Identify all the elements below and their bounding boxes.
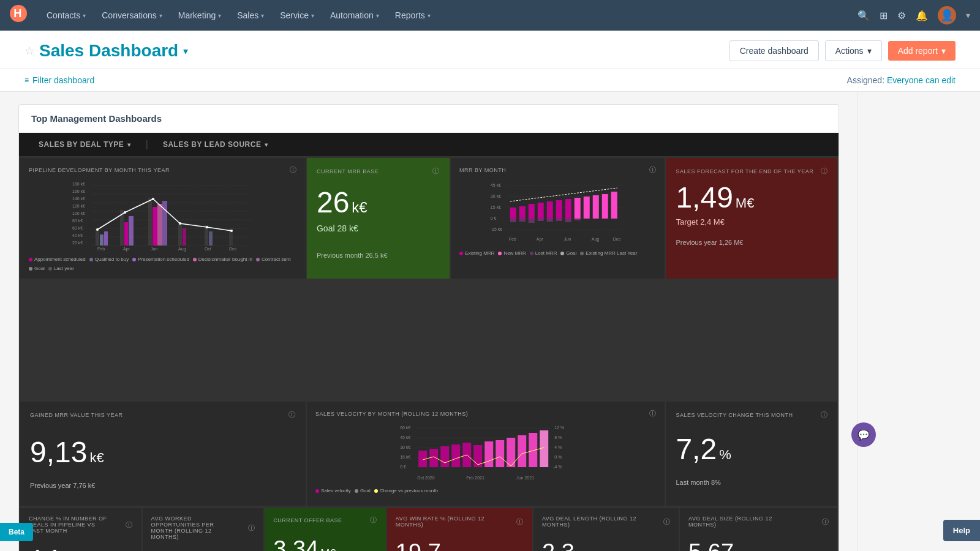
svg-rect-67 <box>611 192 617 219</box>
velocity-change-value: 7,2 <box>676 435 717 464</box>
change-deals-value: 4,1 <box>29 546 61 551</box>
filter-dashboard-link[interactable]: ≡ Filter dashboard <box>24 75 94 85</box>
forecast-previous: Previous year 1,26 M€ <box>676 239 827 246</box>
svg-text:0 €: 0 € <box>400 465 406 469</box>
svg-rect-75 <box>575 219 581 220</box>
title-dropdown-icon[interactable]: ▾ <box>183 45 188 57</box>
avg-worked-info-icon[interactable]: ⓘ <box>248 523 255 533</box>
hubspot-logo[interactable]: H <box>10 5 27 26</box>
svg-rect-32 <box>209 231 213 246</box>
svg-rect-63 <box>575 198 581 219</box>
avg-win-rate-card: AVG WIN RATE % (ROLLING 12 MONTHS) ⓘ 19,… <box>387 508 532 551</box>
nav-service[interactable]: Service ▾ <box>273 7 322 24</box>
gained-mrr-value: 9,13 <box>30 438 87 467</box>
mrr-goal: Goal 28 k€ <box>317 223 440 233</box>
mrr-month-info-icon[interactable]: ⓘ <box>649 165 657 174</box>
change-deals-info-icon[interactable]: ⓘ <box>126 520 133 530</box>
dashboard-tabs-bar: SALES BY DEAL TYPE ▾ | SALES BY LEAD SOU… <box>19 133 839 157</box>
velocity-change-card: SALES VELOCITY CHANGE THIS MONTH ⓘ 7,2 %… <box>666 402 837 506</box>
avg-deal-length-label: AVG DEAL LENGTH (ROLLING 12 MONTHS) ⓘ <box>542 515 670 528</box>
svg-rect-99 <box>451 444 460 467</box>
pipeline-info-icon[interactable]: ⓘ <box>290 165 297 174</box>
svg-rect-70 <box>529 219 535 223</box>
beta-badge[interactable]: Beta <box>0 523 33 541</box>
grid-icon[interactable]: ⊞ <box>880 10 888 21</box>
user-avatar[interactable]: 👤 <box>938 6 956 24</box>
svg-rect-21 <box>104 231 108 246</box>
current-offer-unit: M€ <box>320 547 336 551</box>
svg-text:-4 %: -4 % <box>553 465 562 469</box>
svg-rect-71 <box>538 219 544 221</box>
forecast-value: 1,49 <box>676 183 733 212</box>
svg-rect-25 <box>148 198 152 246</box>
current-offer-info-icon[interactable]: ⓘ <box>370 515 377 525</box>
velocity-info-icon[interactable]: ⓘ <box>649 409 657 418</box>
svg-rect-69 <box>519 219 526 222</box>
chevron-down-icon: ▾ <box>159 12 162 19</box>
assigned-value-link[interactable]: Everyone can edit <box>887 75 956 85</box>
nav-marketing[interactable]: Marketing ▾ <box>171 7 228 24</box>
user-menu-chevron[interactable]: ▾ <box>966 10 970 20</box>
avg-deal-length-value: 2,3 <box>542 540 575 551</box>
svg-text:Feb: Feb <box>509 237 516 241</box>
forecast-info-icon[interactable]: ⓘ <box>821 167 828 176</box>
nav-automation[interactable]: Automation ▾ <box>323 7 386 24</box>
svg-text:Aug: Aug <box>592 237 600 242</box>
pipeline-label: PIPELINE DEVELOPMENT BY MONTH THIS YEAR … <box>29 165 297 174</box>
svg-text:H: H <box>13 7 21 20</box>
assigned-info: Assigned: Everyone can edit <box>847 75 956 85</box>
velocity-card: SALES VELOCITY BY MONTH (ROLLING 12 MONT… <box>307 402 665 506</box>
tab-sales-by-deal-type[interactable]: SALES BY DEAL TYPE ▾ <box>29 133 141 156</box>
svg-point-45 <box>230 230 233 232</box>
header-actions: Create dashboard Actions ▾ Add report ▾ <box>729 40 956 61</box>
inner-dashboard: SALES BY DEAL TYPE ▾ | SALES BY LEAD SOU… <box>19 133 839 551</box>
svg-text:Oct: Oct <box>205 247 211 251</box>
actions-button[interactable]: Actions ▾ <box>825 40 882 61</box>
svg-point-44 <box>206 226 208 228</box>
pipeline-metric-card: PIPELINE DEVELOPMENT BY MONTH THIS YEAR … <box>20 158 306 279</box>
avg-win-info-icon[interactable]: ⓘ <box>516 517 524 527</box>
svg-text:Apr: Apr <box>537 237 544 242</box>
mrr-previous: Previous month 26,5 k€ <box>317 252 440 259</box>
svg-rect-56 <box>510 208 516 219</box>
actions-chevron-icon: ▾ <box>867 46 872 56</box>
nav-sales[interactable]: Sales ▾ <box>230 7 271 24</box>
avg-deal-size-info-icon[interactable]: ⓘ <box>822 517 829 527</box>
change-deals-label: CHANGE % IN NUMBER OF DEALS IN PIPELINE … <box>29 515 133 534</box>
nav-conversations[interactable]: Conversations ▾ <box>94 7 170 24</box>
notifications-icon[interactable]: 🔔 <box>916 10 928 21</box>
velocity-chart: 60 k€ 45 k€ 30 k€ 15 k€ 0 € 12 % 8 % 4 %… <box>315 423 656 484</box>
mrr-info-icon[interactable]: ⓘ <box>432 167 440 176</box>
gained-mrr-label: GAINED MRR VALUE THIS YEAR ⓘ <box>30 410 296 419</box>
add-report-button[interactable]: Add report ▾ <box>888 41 956 61</box>
gained-mrr-previous: Previous year 7,76 k€ <box>30 482 296 489</box>
svg-point-42 <box>152 198 154 200</box>
tab-sales-by-lead-source[interactable]: SALES BY LEAD SOURCE ▾ <box>153 133 278 156</box>
avg-deal-length-info-icon[interactable]: ⓘ <box>663 517 671 527</box>
svg-text:15 k€: 15 k€ <box>400 455 410 459</box>
chevron-down-icon: ▾ <box>428 12 431 19</box>
add-report-chevron-icon: ▾ <box>941 46 946 56</box>
svg-text:Oct 2020: Oct 2020 <box>417 476 435 480</box>
search-icon[interactable]: 🔍 <box>858 10 870 21</box>
svg-text:160 k€: 160 k€ <box>72 189 85 193</box>
favorite-star-icon[interactable]: ☆ <box>24 44 34 58</box>
velocity-change-info-icon[interactable]: ⓘ <box>821 410 828 419</box>
svg-rect-72 <box>547 219 553 222</box>
svg-rect-97 <box>429 449 438 467</box>
gained-mrr-info-icon[interactable]: ⓘ <box>288 410 296 419</box>
change-deals-card: CHANGE % IN NUMBER OF DEALS IN PIPELINE … <box>20 508 141 551</box>
gained-mrr-card: GAINED MRR VALUE THIS YEAR ⓘ 9,13 k€ Pre… <box>20 402 306 506</box>
nav-contacts[interactable]: Contacts ▾ <box>39 7 93 24</box>
svg-text:Feb 2021: Feb 2021 <box>466 476 484 480</box>
help-badge[interactable]: Help <box>943 520 980 541</box>
chevron-icon: ▾ <box>265 141 268 148</box>
nav-reports[interactable]: Reports ▾ <box>388 7 438 24</box>
chat-widget-button[interactable]: 💬 <box>851 422 876 447</box>
settings-icon[interactable]: ⚙ <box>897 10 906 21</box>
svg-rect-29 <box>178 222 182 246</box>
svg-text:0 %: 0 % <box>554 455 562 459</box>
create-dashboard-button[interactable]: Create dashboard <box>729 40 819 61</box>
svg-text:4 %: 4 % <box>554 445 562 449</box>
svg-rect-98 <box>440 446 449 467</box>
